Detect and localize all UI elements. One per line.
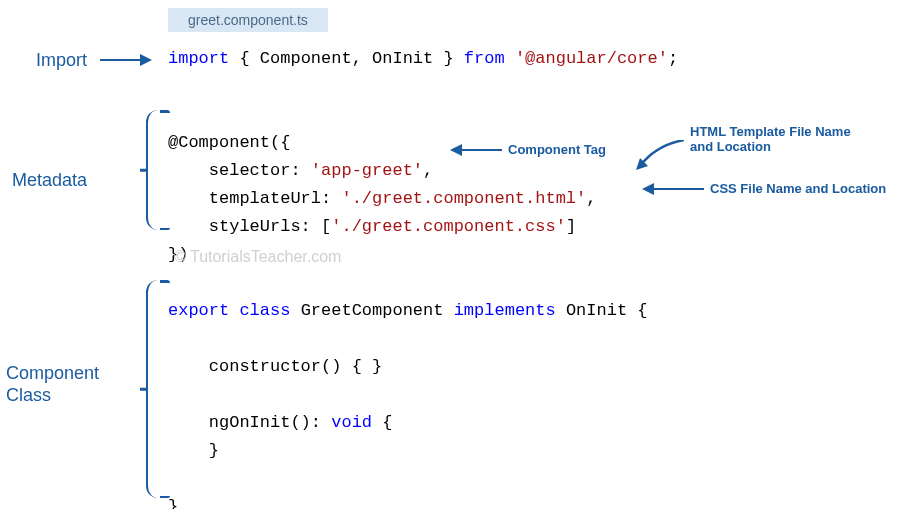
code-block: import { Component, OnInit } from '@angu… xyxy=(168,45,678,509)
string: './greet.component.css' xyxy=(331,217,566,236)
class-label: Component Class xyxy=(6,362,99,406)
code-text: GreetComponent xyxy=(290,301,453,320)
code-text: , xyxy=(586,189,596,208)
anno-line: and Location xyxy=(690,139,771,154)
string: '@angular/core' xyxy=(515,49,668,68)
code-text: OnInit { xyxy=(556,301,648,320)
arrow-icon xyxy=(460,149,502,151)
code-text: constructor() { } xyxy=(168,357,382,376)
code-text: styleUrls: [ xyxy=(168,217,331,236)
keyword: class xyxy=(239,301,290,320)
code-text: ngOnInit(): xyxy=(168,413,331,432)
code-text: ] xyxy=(566,217,576,236)
anno-line: HTML Template File Name xyxy=(690,124,851,139)
arrow-icon xyxy=(100,59,142,61)
annotation-html: HTML Template File Name and Location xyxy=(690,124,851,154)
import-label: Import xyxy=(36,50,87,71)
keyword: export xyxy=(168,301,229,320)
arrow-icon xyxy=(636,140,684,170)
brace-icon xyxy=(146,110,160,230)
class-label-line1: Component xyxy=(6,363,99,383)
code-text: templateUrl: xyxy=(168,189,341,208)
code-text: , xyxy=(423,161,433,180)
code-text: { Component, OnInit } xyxy=(229,49,464,68)
string: './greet.component.html' xyxy=(341,189,586,208)
metadata-label: Metadata xyxy=(12,170,87,191)
keyword: implements xyxy=(454,301,556,320)
code-text: } xyxy=(168,441,219,460)
watermark: © TutorialsTeacher.com xyxy=(174,248,341,266)
code-text: @Component({ xyxy=(168,133,290,152)
annotation-css: CSS File Name and Location xyxy=(710,181,886,196)
annotation-component-tag: Component Tag xyxy=(508,142,606,157)
keyword: import xyxy=(168,49,229,68)
keyword: void xyxy=(331,413,372,432)
code-text: ; xyxy=(668,49,678,68)
code-text: } xyxy=(168,497,178,509)
class-label-line2: Class xyxy=(6,385,51,405)
arrow-icon xyxy=(652,188,704,190)
brace-icon xyxy=(146,280,160,498)
filename-tab: greet.component.ts xyxy=(168,8,328,32)
keyword: from xyxy=(464,49,505,68)
string: 'app-greet' xyxy=(311,161,423,180)
code-text: { xyxy=(372,413,392,432)
code-text: selector: xyxy=(168,161,311,180)
